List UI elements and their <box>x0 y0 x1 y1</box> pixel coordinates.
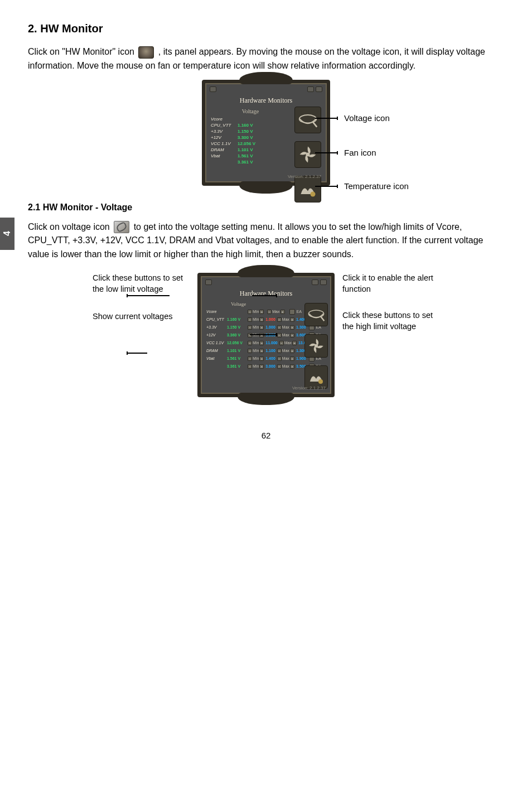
min-increment-button[interactable]: + <box>259 349 264 353</box>
min-limit-buttons[interactable]: −Min+ <box>248 364 264 369</box>
voltage-row-value: 1.160 V <box>238 123 264 128</box>
min-limit-buttons[interactable]: −Min+ <box>248 356 264 361</box>
max-limit-buttons[interactable]: −Max+ <box>277 356 294 361</box>
max-increment-button[interactable]: + <box>290 364 294 369</box>
max-increment-button[interactable]: + <box>290 325 294 330</box>
panel-corner-button-left[interactable] <box>210 86 216 92</box>
min-label: Min <box>253 317 259 321</box>
voltage-row-label: +3.3V <box>211 129 233 134</box>
max-limit-buttons[interactable]: −Max+ <box>279 341 297 345</box>
fan-icon[interactable] <box>304 334 328 358</box>
temperature-icon[interactable] <box>294 176 321 202</box>
svg-point-0 <box>299 115 317 123</box>
row-current-value: 1.160 V <box>227 317 246 321</box>
max-decrement-button[interactable]: − <box>279 341 284 345</box>
min-decrement-button[interactable]: − <box>248 325 252 330</box>
row-label: DRAM <box>206 349 225 353</box>
max-increment-button[interactable]: + <box>290 317 294 322</box>
min-limit-buttons[interactable]: −Min+ <box>248 310 264 314</box>
row-current-value: 3.360 V <box>227 333 246 337</box>
voltage-paragraph: Click on voltage icon to get into the vo… <box>28 220 504 262</box>
row-current-value: 12.056 V <box>227 341 246 345</box>
max-limit-buttons[interactable]: −Max+ <box>277 364 294 369</box>
max-increment-button[interactable]: + <box>290 349 294 353</box>
max-limit-buttons[interactable]: −Max+ <box>277 333 294 338</box>
min-increment-button[interactable]: + <box>259 364 264 369</box>
min-label: Min <box>253 310 259 314</box>
voltage-row-label: +12V <box>211 135 233 140</box>
max-increment-button[interactable]: + <box>290 356 294 361</box>
min-limit-value: 1.000 <box>265 325 275 329</box>
voltage-row-label: DRAM <box>211 147 233 152</box>
max-limit-buttons[interactable]: −Max+ <box>267 310 284 314</box>
voltage-icon[interactable] <box>304 303 328 326</box>
row-label: VCC 1.1V <box>206 341 225 345</box>
min-limit-value: 3.000 <box>265 364 275 368</box>
max-label: Max <box>282 356 289 360</box>
min-label: Min <box>253 364 259 368</box>
max-decrement-button[interactable]: − <box>267 310 272 314</box>
min-limit-buttons[interactable]: −Min+ <box>248 317 264 322</box>
min-limit-value: 1.100 <box>265 349 275 353</box>
min-decrement-button[interactable]: − <box>248 310 252 314</box>
max-label: Max <box>282 349 289 353</box>
max-label: Max <box>282 364 289 368</box>
row-label: CPU_VTT <box>206 317 225 321</box>
callout-current-voltages: Show current voltages <box>93 311 190 322</box>
min-increment-button[interactable]: + <box>259 317 264 322</box>
max-increment-button[interactable]: + <box>280 310 285 314</box>
panel-corner-button-left[interactable] <box>205 279 212 285</box>
max-decrement-button[interactable]: − <box>277 356 282 361</box>
min-decrement-button[interactable]: − <box>248 317 252 322</box>
min-decrement-button[interactable]: − <box>248 364 252 369</box>
min-limit-buttons[interactable]: −Min+ <box>248 349 264 353</box>
min-increment-button[interactable]: + <box>259 341 264 345</box>
svg-point-3 <box>311 191 316 196</box>
max-decrement-button[interactable]: − <box>277 349 282 353</box>
max-limit-buttons[interactable]: −Max+ <box>277 325 294 330</box>
max-decrement-button[interactable]: − <box>277 364 282 369</box>
min-limit-buttons[interactable]: −Min+ <box>248 325 264 330</box>
panel-version: Version: 2.1.2.37 <box>288 174 321 179</box>
hw-monitor-panel: Hardware Monitors Voltage VcoreCPU_VTT1.… <box>202 80 330 186</box>
min-increment-button[interactable]: + <box>259 356 264 361</box>
max-decrement-button[interactable]: − <box>277 333 282 338</box>
min-limit-value: 1.400 <box>265 356 275 360</box>
min-increment-button[interactable]: + <box>259 310 264 314</box>
min-limit-value: 1.000 <box>265 317 275 321</box>
voltage-icon[interactable] <box>294 107 321 133</box>
max-label: Max <box>282 333 289 337</box>
subsection-heading: 2.1 HW Monitor - Voltage <box>28 202 504 213</box>
voltage-row-value: 1.561 V <box>238 153 264 158</box>
max-limit-buttons[interactable]: −Max+ <box>277 317 294 322</box>
panel-close-button[interactable] <box>316 86 322 92</box>
voltage-row-value: 1.101 V <box>238 147 264 152</box>
panel-close-button[interactable] <box>320 279 327 285</box>
panel-minimize-button[interactable] <box>307 86 314 92</box>
voltage-row-value: 3.361 V <box>238 160 264 165</box>
min-increment-button[interactable]: + <box>259 325 264 330</box>
max-increment-button[interactable]: + <box>290 333 294 338</box>
fan-icon[interactable] <box>294 141 321 168</box>
voltage-row-label: Vcore <box>211 117 233 122</box>
anno-temperature: Temperature icon <box>344 181 409 191</box>
voltage-setting-figure: Click these buttons to set the low limit… <box>28 273 504 397</box>
max-label: Max <box>282 317 289 321</box>
max-decrement-button[interactable]: − <box>277 317 282 322</box>
min-label: Min <box>253 349 259 353</box>
max-decrement-button[interactable]: − <box>277 325 282 330</box>
section-heading: 2. HW Monitor <box>28 22 504 35</box>
chapter-tab: 4 <box>0 218 14 250</box>
min-label: Min <box>253 356 259 360</box>
min-decrement-button[interactable]: − <box>248 341 252 345</box>
min-decrement-button[interactable]: − <box>248 356 252 361</box>
max-limit-buttons[interactable]: −Max+ <box>277 349 294 353</box>
panel-minimize-button[interactable] <box>312 279 318 285</box>
row-current-value: 1.561 V <box>227 356 246 360</box>
enable-alert-checkbox[interactable] <box>289 309 295 315</box>
min-limit-buttons[interactable]: −Min+ <box>248 341 264 345</box>
min-decrement-button[interactable]: − <box>248 349 252 353</box>
max-label: Max <box>284 341 292 345</box>
max-increment-button[interactable]: + <box>292 341 297 345</box>
intro-paragraph: Click on "HW Monitor" icon , its panel a… <box>28 45 504 73</box>
